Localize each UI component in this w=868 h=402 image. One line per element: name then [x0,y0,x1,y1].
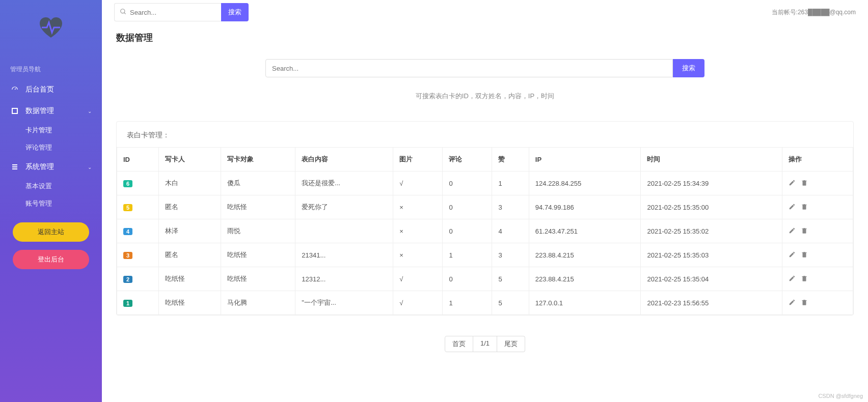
search-panel: 搜索 可搜索表白卡的ID，双方姓名，内容，IP，时间 [102,54,868,121]
delete-icon[interactable] [801,228,808,236]
cell-ip: 61.243.47.251 [529,219,641,243]
chevron-down-icon: ⌄ [88,164,92,170]
account-prefix: 当前帐号: [772,9,798,16]
top-search-button[interactable]: 搜索 [221,3,249,21]
sidebar-sub-basic-settings[interactable]: 基本设置 [0,178,102,195]
sidebar: 管理员导航 后台首页 数据管理 ⌄ 卡片管理 评论管理 系统管理 ⌄ 基本设置 … [0,0,102,402]
cell-ip: 223.88.4.215 [529,243,641,267]
cell-image: √ [393,267,443,291]
cell-actions [782,219,853,243]
col-ip: IP [529,148,641,171]
cell-writer: 匿名 [158,243,221,267]
cell-content: 21341... [295,243,393,267]
main-search-button[interactable]: 搜索 [673,59,704,77]
sidebar-item-data-mgmt[interactable]: 数据管理 ⌄ [0,100,102,122]
sidebar-item-home[interactable]: 后台首页 [0,79,102,100]
delete-icon[interactable] [801,252,808,260]
dashboard-icon [10,86,19,93]
edit-icon[interactable] [789,180,796,188]
sidebar-sub-account-mgmt[interactable]: 账号管理 [0,195,102,212]
account-info: 当前帐号:263█████@qq.com [772,8,856,17]
cell-time: 2021-02-25 15:35:02 [641,219,782,243]
cell-actions [782,267,853,291]
edit-icon[interactable] [789,276,796,283]
cell-like: 5 [492,267,529,291]
table-card: 表白卡管理： ID 写卡人 写卡对象 表白内容 图片 评论 赞 IP 时间 操作 [116,121,854,315]
cell-ip: 223.88.4.215 [529,267,641,291]
logout-button[interactable]: 登出后台 [13,250,89,269]
table-header-row: ID 写卡人 写卡对象 表白内容 图片 评论 赞 IP 时间 操作 [117,148,853,171]
sidebar-sub-comment-mgmt[interactable]: 评论管理 [0,139,102,156]
table-row: 1吃纸怪马化腾"一个宇宙...√15127.0.0.12021-02-23 15… [117,291,853,315]
back-main-button[interactable]: 返回主站 [13,222,89,242]
sidebar-item-sys-mgmt[interactable]: 系统管理 ⌄ [0,156,102,178]
table-row: 2吃纸怪吃纸怪12312...√05223.88.4.2152021-02-25… [117,267,853,291]
cell-target: 吃纸怪 [221,243,295,267]
col-content: 表白内容 [295,148,393,171]
cell-target: 傻瓜 [221,171,295,195]
cell-like: 5 [492,291,529,315]
edit-icon[interactable] [789,300,796,307]
cell-ip: 94.74.99.186 [529,195,641,219]
square-icon [10,108,19,114]
edit-icon[interactable] [789,252,796,260]
delete-icon[interactable] [801,300,808,307]
id-badge: 4 [123,228,132,235]
search-hint: 可搜索表白卡的ID，双方姓名，内容，IP，时间 [102,92,868,101]
cell-actions [782,243,853,267]
table-row: 4林泽雨悦×0461.243.47.2512021-02-25 15:35:02 [117,219,853,243]
pagination: 首页 1/1 尾页 [102,326,868,367]
id-badge: 5 [123,204,132,211]
table-row: 3匿名吃纸怪21341...×13223.88.4.2152021-02-25 … [117,243,853,267]
cell-content [295,219,393,243]
id-badge: 3 [123,252,132,259]
data-table: ID 写卡人 写卡对象 表白内容 图片 评论 赞 IP 时间 操作 6木白傻瓜我… [117,147,853,315]
cell-content: 我还是很爱... [295,171,393,195]
cell-writer: 匿名 [158,195,221,219]
logo [0,15,102,40]
main-content: 搜索 当前帐号:263█████@qq.com 数据管理 搜索 可搜索表白卡的I… [102,0,868,402]
cell-target: 马化腾 [221,291,295,315]
cell-target: 雨悦 [221,219,295,243]
cell-image: √ [393,291,443,315]
cell-time: 2021-02-25 15:35:00 [641,195,782,219]
cell-comment: 0 [443,219,492,243]
cell-actions [782,195,853,219]
cell-ip: 124.228.84.255 [529,171,641,195]
sidebar-sub-card-mgmt[interactable]: 卡片管理 [0,122,102,139]
page-first-button[interactable]: 首页 [445,336,473,352]
cell-writer: 林泽 [158,219,221,243]
nav-section-header: 管理员导航 [0,60,102,79]
page-info: 1/1 [473,336,497,352]
top-search-input[interactable] [130,9,216,16]
cell-time: 2021-02-25 15:34:39 [641,171,782,195]
cell-actions [782,171,853,195]
cell-writer: 木白 [158,171,221,195]
id-badge: 6 [123,180,132,187]
cell-content: 爱死你了 [295,195,393,219]
col-comment: 评论 [443,148,492,171]
cell-comment: 0 [443,195,492,219]
cell-like: 3 [492,195,529,219]
cell-writer: 吃纸怪 [158,267,221,291]
edit-icon[interactable] [789,228,796,236]
page-last-button[interactable]: 尾页 [497,336,525,352]
account-value: 263█████@qq.com [798,9,856,16]
search-icon [120,8,127,17]
delete-icon[interactable] [801,180,808,188]
table-row: 6木白傻瓜我还是很爱...√01124.228.84.2552021-02-25… [117,171,853,195]
col-action: 操作 [782,148,853,171]
cell-content: 12312... [295,267,393,291]
delete-icon[interactable] [801,204,808,212]
cell-ip: 127.0.0.1 [529,291,641,315]
edit-icon[interactable] [789,204,796,212]
cell-time: 2021-02-25 15:35:04 [641,267,782,291]
svg-line-5 [124,12,126,14]
id-badge: 1 [123,300,132,307]
list-icon [10,164,19,170]
cell-content: "一个宇宙... [295,291,393,315]
cell-like: 4 [492,219,529,243]
delete-icon[interactable] [801,276,808,283]
table-row: 5匿名吃纸怪爱死你了×0394.74.99.1862021-02-25 15:3… [117,195,853,219]
main-search-input[interactable] [265,59,673,77]
